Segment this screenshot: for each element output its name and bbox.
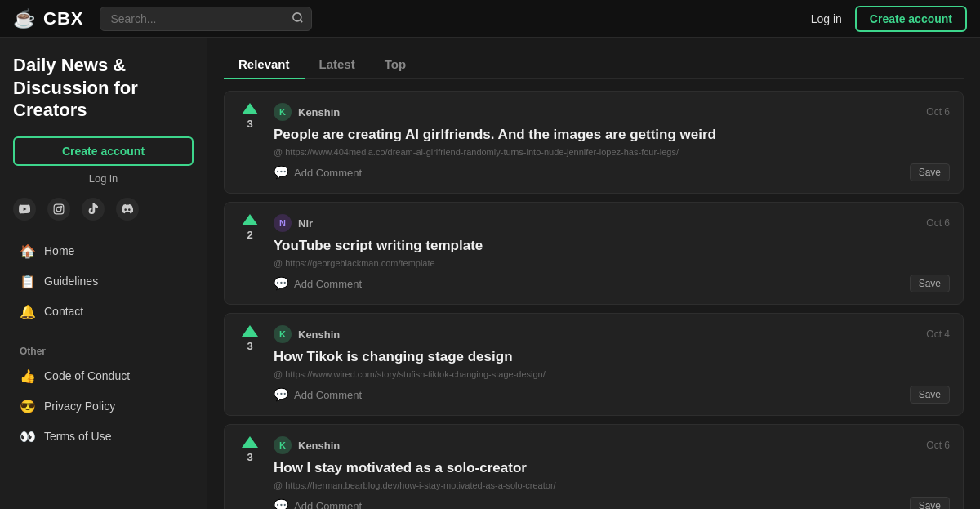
avatar: K [274,325,292,343]
vote-count: 3 [247,451,252,463]
sidebar-item-privacy-policy-label: Privacy Policy [44,400,115,413]
vote-count: 3 [247,118,252,130]
instagram-icon[interactable] [47,198,70,221]
post-content: K Kenshin Oct 6 People are creating AI g… [274,103,950,181]
sidebar-item-code-of-conduct-label: Code of Conduct [44,369,130,382]
home-icon: 🏠 [20,243,36,259]
sidebar-item-contact-label: Contact [44,305,83,318]
vote-count: 2 [247,229,252,241]
upvote-button[interactable] [242,325,258,337]
sidebar-item-home[interactable]: 🏠 Home [13,237,194,266]
post-author: Nir [298,217,313,230]
avatar: N [274,214,292,232]
logo-text: CBX [43,8,83,29]
sidebar: Daily News & Discussion for Creators Cre… [0,38,207,509]
privacy-policy-icon: 😎 [20,399,36,414]
vote-column: 3 [238,436,262,509]
post-actions: 💬 Add Comment Save [274,497,950,509]
sidebar-title: Daily News & Discussion for Creators [13,54,194,122]
vote-column: 3 [238,325,262,404]
post-date: Oct 4 [926,328,950,340]
topnav-create-account-button[interactable]: Create account [855,6,967,32]
svg-point-3 [56,207,61,212]
post-author: Kenshin [298,440,340,452]
upvote-button[interactable] [242,214,258,225]
guidelines-icon: 📋 [20,274,36,289]
post-date: Oct 6 [926,217,950,229]
post-date: Oct 6 [926,106,950,118]
code-of-conduct-icon: 👍 [20,368,36,384]
sidebar-item-privacy-policy[interactable]: 😎 Privacy Policy [13,392,194,421]
add-comment-area[interactable]: 💬 Add Comment [274,498,362,509]
layout: Daily News & Discussion for Creators Cre… [0,38,980,509]
svg-rect-2 [54,204,64,214]
post-actions: 💬 Add Comment Save [274,386,950,404]
sidebar-item-guidelines-label: Guidelines [44,275,98,288]
discord-icon[interactable] [116,198,139,221]
save-button[interactable]: Save [910,275,950,292]
save-button[interactable]: Save [910,497,950,509]
tab-top[interactable]: Top [370,51,421,79]
sidebar-item-contact[interactable]: 🔔 Contact [13,297,194,326]
sidebar-item-guidelines[interactable]: 📋 Guidelines [13,267,194,296]
upvote-button[interactable] [242,103,258,114]
post-meta: K Kenshin Oct 6 [274,103,950,121]
sidebar-item-terms-of-use[interactable]: 👀 Terms of Use [13,422,194,451]
post-author: Kenshin [298,106,340,118]
avatar: K [274,436,292,454]
comment-icon: 💬 [274,387,289,402]
post-title[interactable]: People are creating AI girlfriends. And … [274,126,950,144]
post-meta: K Kenshin Oct 6 [274,436,950,454]
post-card: 3 K Kenshin Oct 6 People are creating AI… [224,91,964,194]
save-button[interactable]: Save [910,163,950,181]
topnav-left: ☕ CBX [13,7,312,31]
add-comment-area[interactable]: 💬 Add Comment [274,276,362,291]
sidebar-social [13,198,194,221]
post-content: K Kenshin Oct 6 How I stay motivated as … [274,436,950,509]
save-button[interactable]: Save [910,386,950,404]
search-input[interactable] [100,7,312,31]
terms-of-use-icon: 👀 [20,429,36,444]
post-content: K Kenshin Oct 4 How Tikok is changing st… [274,325,950,404]
tab-latest[interactable]: Latest [305,51,370,79]
topnav-login-button[interactable]: Log in [811,12,842,25]
post-actions: 💬 Add Comment Save [274,275,950,292]
sidebar-create-account-button[interactable]: Create account [13,136,194,166]
post-actions: 💬 Add Comment Save [274,163,950,181]
sidebar-login-link[interactable]: Log in [13,172,194,185]
upvote-triangle [242,214,258,225]
comment-icon: 💬 [274,498,289,509]
sidebar-item-terms-of-use-label: Terms of Use [44,430,111,443]
youtube-icon[interactable] [13,198,36,221]
vote-count: 3 [247,340,252,352]
tabs: Relevant Latest Top [224,51,964,79]
add-comment-label: Add Comment [294,278,362,290]
sidebar-item-code-of-conduct[interactable]: 👍 Code of Conduct [13,362,194,391]
add-comment-area[interactable]: 💬 Add Comment [274,387,362,402]
vote-column: 2 [238,214,262,292]
add-comment-label: Add Comment [294,500,362,509]
upvote-button[interactable] [242,436,258,448]
post-meta: K Kenshin Oct 4 [274,325,950,343]
post-card: 3 K Kenshin Oct 4 How Tikok is changing … [224,313,964,416]
add-comment-label: Add Comment [294,389,362,401]
add-comment-area[interactable]: 💬 Add Comment [274,165,362,180]
vote-column: 3 [238,103,262,181]
post-card: 3 K Kenshin Oct 6 How I stay motivated a… [224,424,964,509]
sidebar-item-home-label: Home [44,244,74,257]
post-title[interactable]: YouTube script writing template [274,237,950,255]
tiktok-icon[interactable] [82,198,105,221]
topnav: ☕ CBX Log in Create account [0,0,980,38]
topnav-right: Log in Create account [811,6,967,32]
search-wrap [100,7,312,31]
comment-icon: 💬 [274,165,289,180]
sidebar-other-nav: 👍 Code of Conduct 😎 Privacy Policy 👀 Ter… [13,362,194,451]
post-url: https://georgeblackman.com/template [274,258,715,268]
post-title[interactable]: How Tikok is changing stage design [274,348,950,366]
tab-relevant[interactable]: Relevant [224,51,305,79]
upvote-triangle [242,436,258,448]
post-author: Kenshin [298,328,340,341]
upvote-triangle [242,103,258,114]
avatar: K [274,103,292,121]
post-title[interactable]: How I stay motivated as a solo-creator [274,459,950,477]
